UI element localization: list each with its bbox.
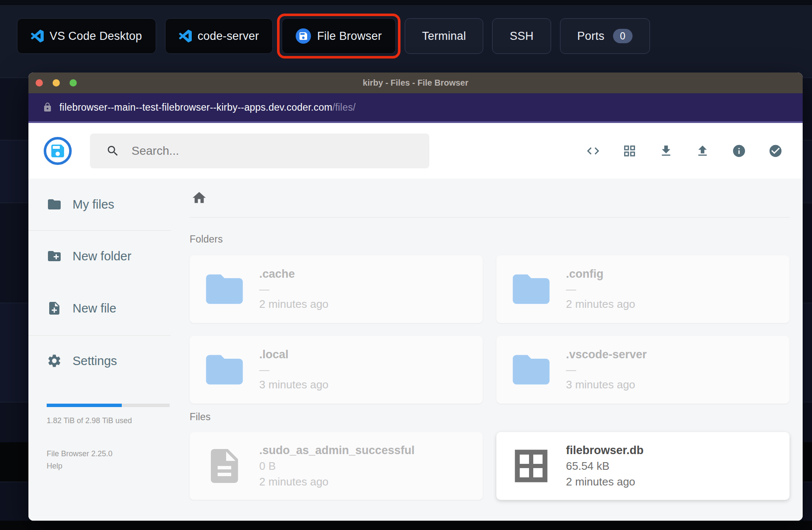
item-modified-time: 2 minutes ago	[259, 298, 328, 311]
sidebar-item-label: My files	[73, 198, 114, 212]
home-icon	[191, 190, 207, 206]
code-view-button[interactable]	[584, 142, 602, 160]
highlight-ring: File Browser	[277, 14, 400, 59]
ports-count-badge: 0	[613, 29, 633, 43]
sidebar-item-settings[interactable]: Settings	[28, 349, 171, 373]
item-modified-time: 3 minutes ago	[259, 378, 328, 391]
taskbar-button-ssh[interactable]: SSH	[492, 18, 551, 54]
sidebar-item-new-file[interactable]: New file	[28, 296, 171, 320]
section-heading-folders: Folders	[190, 234, 790, 245]
item-modified-time: 2 minutes ago	[259, 475, 414, 488]
zoom-window-button[interactable]	[70, 79, 77, 86]
folder-card-cache[interactable]: .cache — 2 minutes ago	[190, 255, 483, 323]
document-icon	[204, 446, 245, 486]
item-name: .config	[566, 268, 635, 281]
taskbar-button-terminal[interactable]: Terminal	[405, 18, 484, 54]
folder-card-config[interactable]: .config — 2 minutes ago	[496, 255, 790, 323]
filebrowser-logo[interactable]	[44, 137, 72, 165]
item-size: 0 B	[259, 460, 414, 473]
file-listing: Folders .cache — 2 minutes ago .config —	[171, 179, 803, 521]
info-icon	[732, 144, 746, 158]
folder-icon	[509, 267, 553, 311]
taskbar-button-label: File Browser	[317, 30, 381, 43]
taskbar-button-file-browser[interactable]: File Browser	[282, 18, 395, 54]
sidebar-item-label: New file	[73, 301, 116, 315]
sidebar-item-label: New folder	[73, 249, 132, 263]
folder-card-vscode-server[interactable]: .vscode-server — 3 minutes ago	[496, 336, 790, 404]
window-titlebar: kirby - Files - File Browser	[28, 73, 803, 93]
taskbar-button-label: Ports	[577, 30, 605, 43]
item-size: —	[566, 364, 647, 376]
folder-icon	[202, 348, 246, 392]
item-name: .cache	[259, 268, 328, 281]
download-icon	[659, 144, 673, 158]
sidebar-divider	[28, 335, 171, 336]
section-heading-files: Files	[190, 411, 790, 423]
item-name: .local	[259, 348, 328, 361]
taskbar-button-label: code-server	[198, 30, 259, 43]
create-new-folder-icon	[47, 248, 62, 264]
note-add-icon	[47, 301, 62, 316]
item-size: —	[566, 283, 635, 295]
search-bar[interactable]	[90, 134, 429, 168]
filebrowser-header	[28, 123, 803, 179]
folder-icon	[509, 348, 553, 392]
sidebar: My files New folder New file Settings 1.…	[28, 179, 171, 521]
item-modified-time: 2 minutes ago	[566, 298, 635, 311]
vscode-icon	[31, 30, 44, 42]
check-circle-icon	[768, 144, 783, 158]
download-button[interactable]	[657, 142, 675, 160]
sidebar-item-my-files[interactable]: My files	[28, 192, 171, 216]
vscode-icon	[179, 30, 192, 42]
settings-gear-icon	[47, 353, 62, 368]
item-size: —	[259, 283, 328, 295]
code-icon	[586, 144, 600, 158]
item-size: 65.54 kB	[566, 460, 644, 473]
file-card-filebrowser-db[interactable]: filebrowser.db 65.54 kB 2 minutes ago	[496, 432, 790, 500]
grid-view-icon	[622, 144, 637, 158]
taskbar-button-vscode-desktop[interactable]: VS Code Desktop	[17, 18, 156, 54]
breadcrumb	[190, 179, 790, 218]
sidebar-item-label: Settings	[73, 354, 117, 368]
window-title: kirby - Files - File Browser	[363, 78, 468, 88]
storage-progress-bar	[47, 404, 170, 407]
select-all-button[interactable]	[766, 142, 785, 160]
minimize-window-button[interactable]	[53, 79, 60, 86]
upload-icon	[695, 144, 710, 158]
taskbar-button-label: SSH	[510, 30, 533, 43]
help-link[interactable]: Help	[47, 462, 171, 471]
app-version-label: File Browser 2.25.0	[47, 449, 171, 458]
upload-button[interactable]	[693, 142, 712, 160]
taskbar-button-code-server[interactable]: code-server	[165, 18, 273, 54]
app-taskbar: VS Code Desktop code-server File Browser…	[0, 0, 812, 72]
close-window-button[interactable]	[36, 79, 43, 86]
browser-window: kirby - Files - File Browser filebrowser…	[28, 73, 803, 521]
filebrowser-icon	[296, 28, 311, 44]
item-name: filebrowser.db	[566, 444, 644, 457]
folders-grid: .cache — 2 minutes ago .config — 2 minut…	[190, 255, 790, 404]
item-name: .sudo_as_admin_successful	[259, 444, 414, 457]
background-bottom-strip	[0, 521, 812, 530]
toolbar-icons	[584, 142, 803, 160]
taskbar-button-ports[interactable]: Ports 0	[560, 18, 650, 54]
sidebar-item-new-folder[interactable]: New folder	[28, 244, 171, 268]
address-bar[interactable]: filebrowser--main--test-filebrowser--kir…	[28, 93, 803, 123]
taskbar-button-label: Terminal	[422, 30, 466, 43]
home-breadcrumb-button[interactable]	[190, 189, 208, 207]
storage-usage-label: 1.82 TiB of 2.98 TiB used	[47, 416, 171, 425]
floppy-disk-icon	[49, 142, 66, 159]
traffic-lights	[36, 73, 77, 93]
info-button[interactable]	[730, 142, 748, 160]
folder-icon	[47, 197, 62, 212]
taskbar-button-label: VS Code Desktop	[50, 30, 142, 43]
files-grid: .sudo_as_admin_successful 0 B 2 minutes …	[190, 432, 790, 500]
grid-view-button[interactable]	[620, 142, 639, 160]
item-modified-time: 2 minutes ago	[566, 475, 644, 488]
item-name: .vscode-server	[566, 348, 647, 361]
url-text: filebrowser--main--test-filebrowser--kir…	[59, 102, 356, 113]
folder-icon	[202, 267, 246, 311]
file-card-sudo-as-admin[interactable]: .sudo_as_admin_successful 0 B 2 minutes …	[190, 432, 483, 500]
folder-card-local[interactable]: .local — 3 minutes ago	[190, 336, 483, 404]
search-input[interactable]	[132, 144, 403, 158]
database-grid-icon	[512, 446, 551, 485]
